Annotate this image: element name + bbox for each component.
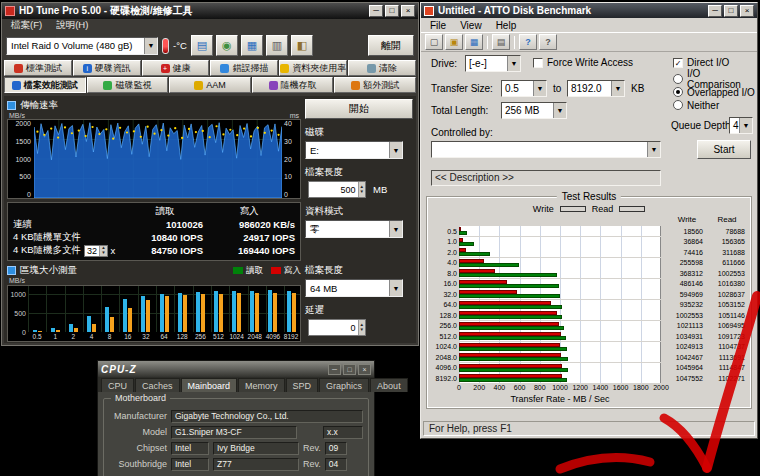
close-button[interactable]: × (401, 5, 415, 17)
transfer-y-ticks: 2000150010005000 (8, 120, 34, 198)
latency-spinner[interactable]: 0▲▼ (305, 319, 413, 336)
menu-item[interactable]: 說明(H) (49, 19, 95, 32)
toolbar-separator (514, 36, 515, 49)
copy-button[interactable]: ▤ (191, 35, 213, 56)
hdtune-tab[interactable]: 隨機存取 (252, 77, 334, 93)
save-button[interactable]: ▦ (241, 35, 263, 56)
hdtune-tab[interactable]: 錯誤掃描 (210, 60, 278, 76)
minimize-button[interactable]: ─ (369, 5, 383, 17)
axis-tick: 1500 (8, 138, 31, 145)
tab-memory[interactable]: Memory (238, 378, 285, 392)
tab-about[interactable]: About (370, 378, 408, 392)
write-swatch (271, 267, 281, 274)
hdtune-tab[interactable]: 檔案效能測試 (4, 77, 86, 93)
controlled-by-select[interactable]: ▼ (431, 141, 661, 158)
bar-group (82, 316, 100, 332)
spinner-value: 32 (85, 246, 99, 256)
bar-area (459, 310, 661, 320)
start-button[interactable]: 開始 (305, 99, 413, 119)
direct-io-checkbox[interactable]: ✓ Direct I/O (673, 57, 729, 68)
chipset-rev-field: 09 (325, 442, 347, 455)
read-bar (459, 305, 562, 309)
axis-tick: 10 (284, 173, 300, 180)
write-bar (92, 324, 96, 332)
about-button[interactable]: ? (519, 34, 537, 50)
tab-spd[interactable]: SPD (286, 378, 319, 392)
start-button[interactable]: Start (697, 140, 751, 159)
maximize-button[interactable]: □ (724, 5, 738, 17)
tab-label: 隨機存取 (281, 79, 317, 92)
cpuz-titlebar[interactable]: CPU-Z ─ □ × (98, 361, 374, 377)
atto-form: Drive: [-e-] ▼ Force Write Access ✓ Dire… (421, 52, 757, 194)
total-length-select[interactable]: 256 MB ▼ (501, 102, 567, 119)
tab-label: 磁碟監視 (115, 79, 151, 92)
hdtune-tab[interactable]: +健康 (142, 60, 210, 76)
settings-button[interactable]: ◧ (291, 35, 313, 56)
transfer-size-label: 0.5 (431, 228, 457, 235)
group-title: Motherboard (111, 393, 170, 403)
tab-label: 清除 (379, 62, 397, 75)
hdtune-tab[interactable]: 資料夾使用率 (279, 60, 347, 76)
atto-titlebar[interactable]: Untitled - ATTO Disk Benchmark ─ □ × (421, 3, 757, 18)
new-file-button[interactable]: ▢ (425, 34, 443, 50)
transfer-size-from-select[interactable]: 0.5 ▼ (501, 80, 547, 97)
read-column-header: 讀取 (127, 205, 203, 218)
disk-select[interactable]: E: ▼ (305, 141, 403, 159)
southbridge-field: Z77 (213, 458, 299, 471)
hdtune-tab[interactable]: 標準測試 (4, 60, 72, 76)
open-folder-button[interactable]: ▣ (445, 34, 463, 50)
transfer-size-to-select[interactable]: 8192.0 ▼ (567, 80, 625, 97)
maximize-button[interactable]: □ (343, 364, 356, 375)
close-button[interactable]: × (358, 364, 371, 375)
tab-mainboard[interactable]: Mainboard (181, 378, 238, 392)
spinner-arrows-icon[interactable]: ▲▼ (358, 320, 365, 335)
radio-i-o-comparison[interactable]: I/O Comparison (673, 74, 757, 84)
menu-item[interactable]: File (423, 20, 453, 31)
radio-overlapped-i-o[interactable]: Overlapped I/O (673, 87, 757, 97)
read-value: 1104737 (705, 343, 745, 350)
hdtune-tab[interactable]: 清除 (348, 60, 416, 76)
bar-area (459, 342, 661, 352)
spinner-arrows-icon[interactable]: ▲▼ (99, 246, 106, 256)
hdtune-tab[interactable]: 額外測試 (334, 77, 416, 93)
print-button[interactable]: ▤ (492, 34, 510, 50)
radio-neither[interactable]: Neither (673, 100, 757, 110)
minimize-button[interactable]: ─ (708, 5, 722, 17)
tab-cpu[interactable]: CPU (101, 378, 134, 392)
drive-select[interactable]: [-e-] ▼ (465, 55, 521, 72)
menu-item[interactable]: 檔案(F) (4, 19, 49, 32)
data-pattern-select[interactable]: 零 ▼ (305, 220, 403, 238)
menu-item[interactable]: Help (489, 20, 524, 31)
hdtune-titlebar[interactable]: HD Tune Pro 5.00 - 硬碟檢測/維修工具 ─ □ × (2, 3, 418, 19)
read-bar (87, 316, 91, 332)
minimize-button[interactable]: ─ (328, 364, 341, 375)
maximize-button[interactable]: □ (385, 5, 399, 17)
hdtune-tab[interactable]: AAM (169, 77, 251, 93)
close-button[interactable]: × (740, 5, 754, 17)
menu-item[interactable]: View (453, 20, 489, 31)
axis-tick: 20 (284, 156, 300, 163)
file-length-spinner[interactable]: 500▲▼ MB (305, 181, 413, 198)
screenshot-button[interactable]: ◉ (216, 35, 238, 56)
multi-file-count-spinner[interactable]: 32▲▼ (84, 245, 107, 257)
radio-label: Overlapped I/O (687, 87, 755, 98)
hdtune-tab[interactable]: 磁碟監視 (87, 77, 169, 93)
description-box[interactable]: << Description >> (431, 170, 661, 186)
drive-select[interactable]: Intel Raid 0 Volume (480 gB) ▼ (6, 37, 158, 55)
read-bar (459, 315, 562, 319)
force-write-checkbox[interactable]: Force Write Access (533, 57, 633, 68)
block-file-length-select[interactable]: 64 MB ▼ (305, 279, 403, 297)
transfer-size-label: 1024.0 (431, 343, 457, 350)
print-button[interactable]: ▥ (266, 35, 288, 56)
tab-caches[interactable]: Caches (135, 378, 180, 392)
legend-label: 寫入 (284, 265, 301, 277)
spinner-arrows-icon[interactable]: ▲▼ (358, 182, 365, 197)
tab-graphics[interactable]: Graphics (319, 378, 369, 392)
hdtune-tab[interactable]: i硬碟資訊 (73, 60, 141, 76)
save-button[interactable]: ▦ (465, 34, 483, 50)
exit-button[interactable]: 離開 (368, 35, 414, 56)
total-length-value: 256 MB (505, 105, 539, 116)
queue-depth-select[interactable]: 4 ▼ (729, 117, 753, 134)
results-row: 連續1010026986020 KB/s (13, 218, 295, 231)
context-help-button[interactable]: ? (539, 34, 557, 50)
